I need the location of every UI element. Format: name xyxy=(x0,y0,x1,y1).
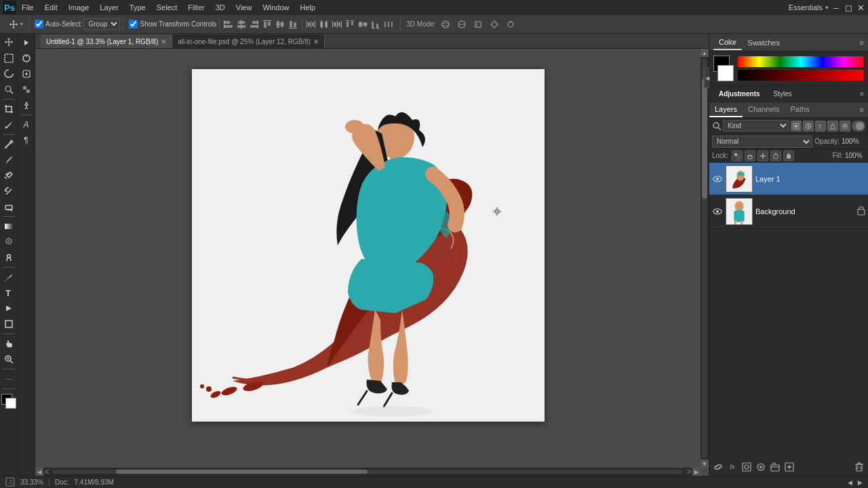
scroll-up-arrow[interactable]: ▲ xyxy=(701,49,709,57)
rotate-view-btn[interactable] xyxy=(19,51,34,66)
layer-item-layer1[interactable]: Layer 1 xyxy=(709,163,868,195)
paths-tab[interactable]: Paths xyxy=(785,102,815,117)
menu-help[interactable]: Help xyxy=(295,2,321,13)
workspace-select[interactable]: Essentials xyxy=(789,3,823,12)
minimize-btn[interactable]: – xyxy=(831,3,841,13)
gradient-tool[interactable] xyxy=(1,219,16,234)
adjustments-menu-btn[interactable]: ≡ xyxy=(860,90,864,98)
v-scroll-track[interactable] xyxy=(702,58,707,458)
color-selector[interactable] xyxy=(1,394,16,409)
3d-tool-3[interactable] xyxy=(471,18,485,30)
paragraph-tool[interactable]: ¶ xyxy=(19,133,34,148)
distribute-right[interactable] xyxy=(331,18,343,30)
layers-menu-btn[interactable]: ≡ xyxy=(856,106,868,114)
canvas-scroll[interactable]: ▲ ▼ xyxy=(35,49,709,476)
opacity-value[interactable]: 100% xyxy=(842,138,865,145)
filter-pixel-icon[interactable] xyxy=(791,121,802,131)
tab-untitled1-close[interactable]: ✕ xyxy=(161,38,166,45)
vertical-scrollbar[interactable]: ▲ ▼ xyxy=(701,49,709,468)
filter-adjustment-icon[interactable] xyxy=(803,121,814,131)
menu-window[interactable]: Window xyxy=(257,2,294,13)
blur-tool[interactable] xyxy=(1,235,16,249)
hand-tool[interactable] xyxy=(1,336,16,351)
scroll-next-btn[interactable] xyxy=(686,468,692,475)
3d-tool-4[interactable] xyxy=(488,18,501,30)
channels-tab[interactable]: Channels xyxy=(743,102,785,117)
align-bottom[interactable] xyxy=(287,18,299,30)
nav-prev-btn[interactable]: ◀ xyxy=(848,479,852,486)
menu-filter[interactable]: Filter xyxy=(182,2,210,13)
3d-tool-2[interactable] xyxy=(455,18,469,30)
layer-mask-btn[interactable] xyxy=(741,461,753,473)
transform-checkbox[interactable] xyxy=(129,20,138,28)
scroll-left-arrow[interactable]: ◀ xyxy=(35,468,43,476)
3d-tool-1[interactable] xyxy=(439,18,452,30)
type-tool-vertical[interactable]: A xyxy=(19,117,34,132)
lock-position-btn[interactable] xyxy=(757,150,768,161)
saturation-slider[interactable] xyxy=(738,70,864,81)
history-brush-tool[interactable] xyxy=(1,184,16,199)
new-fill-adj-btn[interactable] xyxy=(755,461,767,473)
lock-all-btn[interactable] xyxy=(783,150,794,161)
autoselect-checkbox[interactable] xyxy=(35,20,43,28)
layer1-visibility-toggle[interactable] xyxy=(712,174,723,184)
color-tab[interactable]: Color xyxy=(713,35,742,50)
align-top[interactable] xyxy=(261,18,273,30)
brush-tool[interactable] xyxy=(1,152,16,167)
layer-item-background[interactable]: Background xyxy=(709,195,868,228)
extra-tools[interactable]: ⋯ xyxy=(1,371,16,386)
zoom-tool[interactable] xyxy=(1,352,16,367)
autoselect-type[interactable]: Group xyxy=(83,18,120,30)
lock-transparent-btn[interactable] xyxy=(732,150,743,161)
scroll-right-arrow[interactable]: ▶ xyxy=(692,468,701,476)
color-panel-menu[interactable]: ≡ xyxy=(860,39,864,47)
distribute-top[interactable] xyxy=(344,18,356,30)
menu-type[interactable]: Type xyxy=(124,2,151,13)
crop-tool[interactable] xyxy=(1,102,16,117)
blend-mode-select[interactable]: Normal Multiply Screen Overlay xyxy=(712,136,812,148)
filter-shape-icon[interactable] xyxy=(827,121,838,131)
background-color[interactable] xyxy=(5,398,16,409)
expand-panels-btn[interactable] xyxy=(19,35,34,50)
shape-tool[interactable] xyxy=(1,317,16,331)
h-scroll-thumb[interactable] xyxy=(116,470,368,474)
text-tool[interactable]: T xyxy=(1,285,16,300)
menu-layer[interactable]: Layer xyxy=(94,2,124,13)
lock-pixels-btn[interactable] xyxy=(745,150,755,161)
link-layers-btn[interactable] xyxy=(712,461,724,473)
clone-stamp-tool[interactable] xyxy=(1,168,16,183)
menu-edit[interactable]: Edit xyxy=(39,2,63,13)
distribute-center-v[interactable] xyxy=(357,18,369,30)
align-right[interactable] xyxy=(248,18,260,30)
zoom-level[interactable]: 33.33% xyxy=(20,479,43,486)
eyedropper-tool[interactable] xyxy=(1,117,16,132)
styles-tab-btn[interactable]: Styles xyxy=(768,89,797,99)
distribute-center-h[interactable] xyxy=(318,18,330,30)
delete-layer-btn[interactable] xyxy=(853,461,865,473)
restore-btn[interactable]: ◻ xyxy=(844,3,853,13)
filter-type-icon[interactable]: T xyxy=(815,121,826,131)
tab-allinone-close[interactable]: ✕ xyxy=(313,38,319,45)
quick-selection-tool[interactable] xyxy=(1,82,16,97)
distribute-left[interactable] xyxy=(305,18,317,30)
spot-healing-tool[interactable] xyxy=(1,137,16,152)
move-tool-options[interactable]: ▾ xyxy=(5,18,26,31)
layers-tab[interactable]: Layers xyxy=(709,102,743,117)
lasso-tool[interactable] xyxy=(1,66,16,81)
distribute-spacing[interactable] xyxy=(382,18,395,30)
3d-tool-5[interactable] xyxy=(504,18,517,30)
path-selection-tool[interactable] xyxy=(1,301,16,316)
new-layer-btn[interactable] xyxy=(783,461,795,473)
scroll-down-arrow[interactable]: ▼ xyxy=(701,460,709,468)
align-center-v[interactable] xyxy=(274,18,286,30)
autoselect-checkbox-label[interactable]: Auto-Select: xyxy=(35,20,82,28)
swatches-tab[interactable]: Swatches xyxy=(742,36,785,49)
v-scroll-thumb[interactable] xyxy=(702,79,707,199)
horizontal-scrollbar[interactable]: ◀ ▶ xyxy=(35,468,701,476)
layer-effects-btn[interactable]: fx xyxy=(726,461,738,473)
content-aware-btn[interactable] xyxy=(19,82,34,97)
align-center-h[interactable] xyxy=(235,18,248,30)
tab-allinone[interactable]: all-in-one-file.psd @ 25% (Layer 12, RGB… xyxy=(172,35,325,48)
lock-artboard-btn[interactable] xyxy=(770,150,781,161)
eraser-tool[interactable] xyxy=(1,199,16,214)
